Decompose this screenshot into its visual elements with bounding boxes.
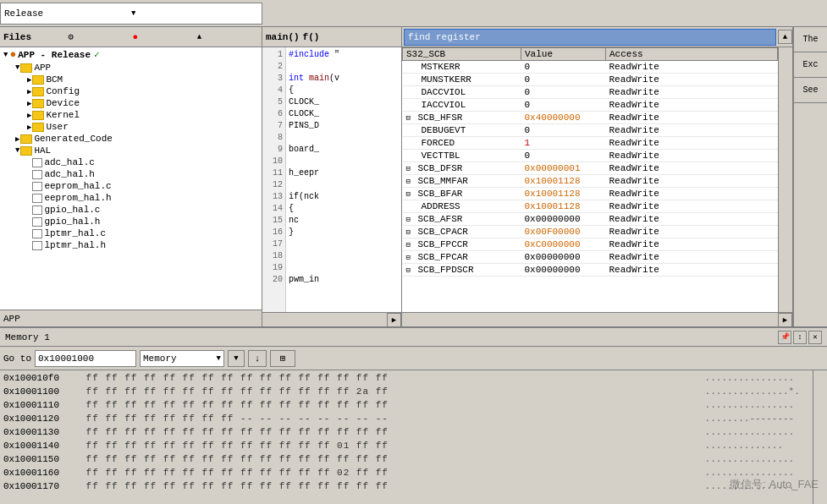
register-row[interactable]: IACCVIOL 0 ReadWrite <box>403 99 778 112</box>
file-icon <box>32 182 42 191</box>
register-row[interactable]: MUNSTKERR 0 ReadWrite <box>403 74 778 86</box>
mem-columns-btn[interactable]: ⊞ <box>270 350 295 367</box>
find-register-input[interactable]: find register <box>404 29 776 46</box>
mem-ascii: ................ <box>699 398 809 412</box>
reg-scroll-right-icon[interactable]: ▶ <box>778 313 792 326</box>
register-row[interactable]: MSTKERR 0 ReadWrite <box>403 61 778 74</box>
reg-value: 1 <box>521 137 606 150</box>
mem-address: 0x10001170 <box>3 479 80 493</box>
code-line: nc <box>289 215 399 227</box>
tree-item[interactable]: ▶lptmr_hal.c <box>0 227 262 239</box>
tree-item[interactable]: ▶adc_hal.c <box>0 156 262 168</box>
expand-icon[interactable]: ▶ <box>27 111 31 120</box>
sidebar-btn-exc[interactable]: Exc <box>794 52 827 78</box>
register-row[interactable]: ⊟ SCB_HFSR 0x40000000 ReadWrite <box>403 112 778 124</box>
register-row[interactable]: ⊟ SCB_DFSR 0x00000001 ReadWrite <box>403 162 778 175</box>
tree-item[interactable]: ▼HAL <box>0 145 262 156</box>
memory-row: 0x10001150 ff ff ff ff ff ff ff ff ff ff… <box>3 452 809 466</box>
register-row[interactable]: ⊟ SCB_AFSR 0x00000000 ReadWrite <box>403 213 778 226</box>
reg-name: ⊟ SCB_DFSR <box>403 162 521 175</box>
register-row[interactable]: VECTTBL 0 ReadWrite <box>403 150 778 162</box>
tree-item[interactable]: ▶Generated_Code <box>0 133 262 145</box>
memory-scrollbar[interactable] <box>813 370 827 504</box>
reg-scrollbar[interactable] <box>778 47 792 312</box>
reg-name: ⊟ SCB_AFSR <box>403 213 521 226</box>
reg-name: IACCVIOL <box>403 99 521 112</box>
register-row[interactable]: ⊟ SCB_CPACR 0x00F00000 ReadWrite <box>403 226 778 238</box>
tree-item[interactable]: ▶BCM <box>0 74 262 85</box>
expand-icon[interactable]: ▼ <box>3 51 8 59</box>
release-dropdown[interactable]: Release ▼ <box>0 3 262 25</box>
expand-icon[interactable]: ▶ <box>27 99 31 108</box>
register-row[interactable]: ADDRESS 0x10001128 ReadWrite <box>403 200 778 213</box>
sidebar-btn-the[interactable]: The <box>794 27 827 52</box>
reg-scroll-up-btn[interactable]: ▲ <box>778 30 792 44</box>
tree-label: lptmr_hal.h <box>44 240 106 250</box>
mem-go-btn[interactable]: ↓ <box>248 350 267 367</box>
scroll-right-icon[interactable]: ▶ <box>387 313 401 326</box>
memory-title-bar: Memory 1 📌 ↕ ✕ <box>0 328 827 347</box>
folder-icon <box>32 99 44 108</box>
mem-pin-btn[interactable]: 📌 <box>778 331 791 344</box>
code-lines: #include "int main(v{ CLOCK_ CLOCK_ PINS… <box>286 47 401 312</box>
mem-address: 0x10001130 <box>3 425 80 439</box>
reg-expand-icon[interactable]: ⊟ <box>406 216 411 224</box>
reg-value: 0x00000000 <box>521 264 606 277</box>
tree-item[interactable]: ▶User <box>0 121 262 133</box>
tree-item[interactable]: ▶Config <box>0 85 262 97</box>
mem-float-btn[interactable]: ↕ <box>793 331 807 344</box>
reg-expand-icon[interactable]: ⊟ <box>406 178 411 186</box>
register-row[interactable]: ⊟ SCB_BFAR 0x10001128 ReadWrite <box>403 188 778 200</box>
register-row[interactable]: FORCED 1 ReadWrite <box>403 137 778 150</box>
line-number: 17 <box>262 238 285 250</box>
tree-item[interactable]: ▼●APP - Release✓ <box>0 47 262 62</box>
reg-expand-icon[interactable]: ⊟ <box>406 241 411 249</box>
reg-name: ⊟ SCB_FPDSCR <box>403 264 521 277</box>
tree-item[interactable]: ▼APP <box>0 62 262 74</box>
reg-scroll-bottom[interactable]: ▶ <box>402 312 792 326</box>
sidebar-btn-see[interactable]: See <box>794 78 827 103</box>
mem-bytes: ff ff ff ff ff ff ff ff ff ff ff ff ff f… <box>80 398 699 412</box>
register-row[interactable]: ⊟ SCB_MMFAR 0x10001128 ReadWrite <box>403 175 778 188</box>
line-number: 18 <box>262 250 285 262</box>
mem-dropdown-btn[interactable]: ▼ <box>228 350 245 367</box>
tree-item[interactable]: ▶eeprom_hal.c <box>0 180 262 192</box>
settings-icon[interactable]: ⚙ <box>68 31 129 42</box>
reg-expand-icon[interactable]: ⊟ <box>406 228 411 237</box>
reg-expand-icon[interactable]: ⊟ <box>406 190 411 199</box>
register-row[interactable]: ⊟ SCB_FPCAR 0x00000000 ReadWrite <box>403 251 778 264</box>
reg-expand-icon[interactable]: ⊟ <box>406 114 411 123</box>
reg-name: ⊟ SCB_MMFAR <box>403 175 521 188</box>
register-row[interactable]: ⊟ SCB_FPDSCR 0x00000000 ReadWrite <box>403 264 778 277</box>
tree-label: eeprom_hal.c <box>44 181 111 191</box>
tree-item[interactable]: ▶Kernel <box>0 109 262 121</box>
tree-item[interactable]: ▶Device <box>0 97 262 109</box>
expand-icon[interactable]: ▶ <box>27 123 31 132</box>
scroll-up-icon[interactable]: ▲ <box>197 33 258 41</box>
reg-expand-icon[interactable]: ⊟ <box>406 165 411 173</box>
expand-icon[interactable]: ▼ <box>15 146 19 155</box>
register-row[interactable]: DEBUGEVT 0 ReadWrite <box>403 124 778 137</box>
memory-type-dropdown[interactable]: Memory ▼ <box>140 350 224 367</box>
mem-close-btn[interactable]: ✕ <box>808 331 822 344</box>
reg-expand-icon[interactable]: ⊟ <box>406 266 411 275</box>
tree-item[interactable]: ▶eeprom_hal.h <box>0 192 262 204</box>
expand-icon[interactable]: ▶ <box>27 75 31 85</box>
reg-expand-icon[interactable]: ⊟ <box>406 254 411 262</box>
tree-label: lptmr_hal.c <box>44 228 106 238</box>
reg-value: 0 <box>521 99 606 112</box>
memory-address-input[interactable] <box>35 350 136 367</box>
tree-item[interactable]: ▶lptmr_hal.h <box>0 239 262 251</box>
register-row[interactable]: DACCVIOL 0 ReadWrite <box>403 86 778 99</box>
expand-icon[interactable]: ▶ <box>15 134 19 144</box>
expand-icon[interactable]: ▶ <box>27 87 31 96</box>
expand-icon[interactable]: ▼ <box>15 63 19 72</box>
mem-ascii: ................ <box>699 466 809 479</box>
register-row[interactable]: ⊟ SCB_FPCCR 0xC0000000 ReadWrite <box>403 238 778 251</box>
reg-value: 0 <box>521 150 606 162</box>
mem-ascii: ................ <box>699 425 809 439</box>
tree-item[interactable]: ▶gpio_hal.c <box>0 204 262 216</box>
tree-item[interactable]: ▶gpio_hal.h <box>0 216 262 227</box>
tree-item[interactable]: ▶adc_hal.h <box>0 168 262 180</box>
code-scroll-bottom[interactable]: ▶ <box>262 312 401 326</box>
